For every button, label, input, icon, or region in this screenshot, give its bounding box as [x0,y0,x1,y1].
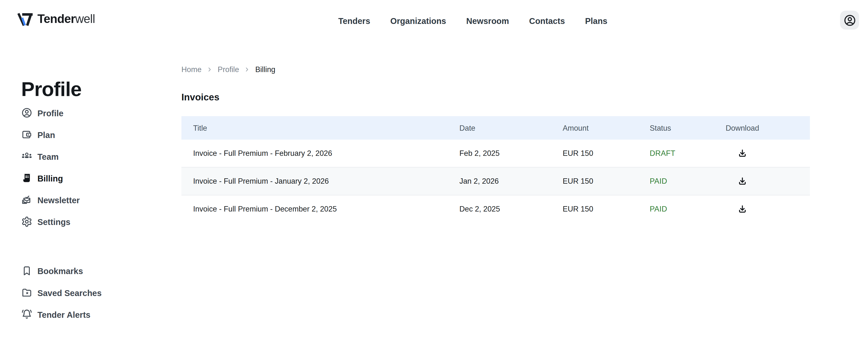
download-icon [737,204,747,214]
sidebar-item-label: Settings [37,217,70,227]
bookmark-icon [21,265,32,276]
brand-mark-icon [17,12,34,27]
invoice-title: Invoice - Full Premium - January 2, 2026 [181,177,447,185]
folder-star-icon [21,287,32,298]
user-circle-icon [21,107,32,118]
chevron-right-icon [244,66,250,72]
receipt-icon [21,172,32,184]
nav-item-plans[interactable]: Plans [585,16,608,25]
download-button[interactable] [735,174,750,188]
invoice-status-badge: DRAFT [638,149,714,157]
table-body: Invoice - Full Premium - February 2, 202… [181,140,810,223]
column-header-title: Title [181,124,447,132]
chevron-right-icon [207,66,213,72]
download-icon [737,176,747,186]
sidebar-item-billing[interactable]: Billing [21,172,80,185]
invoice-date: Feb 2, 2025 [447,149,551,157]
breadcrumb-profile[interactable]: Profile [218,65,239,74]
column-header-status: Status [638,124,714,132]
sidebar-item-label: Tender Alerts [37,310,90,319]
team-icon [21,151,32,162]
invoice-amount: EUR 150 [551,149,638,157]
invoices-table: Title Date Amount Status Download Invoic… [181,116,810,223]
mail-check-icon [21,195,32,206]
brand-name: Tenderwell [37,12,95,26]
invoice-status-badge: PAID [638,205,714,213]
breadcrumb: Home Profile Billing [181,65,275,74]
invoice-date: Jan 2, 2026 [447,177,551,185]
sidebar-item-profile[interactable]: Profile [21,106,80,119]
sidebar-item-label: Billing [37,173,63,183]
table-row: Invoice - Full Premium - December 2, 202… [181,195,810,223]
sidebar-item-label: Team [37,152,59,161]
invoice-title: Invoice - Full Premium - December 2, 202… [181,205,447,213]
table-header-row: Title Date Amount Status Download [181,116,810,140]
sidebar-item-saved-searches[interactable]: Saved Searches [21,286,101,299]
page: Tenderwell Tenders Organizations Newsroo… [0,0,868,351]
sidebar-item-tender-alerts[interactable]: Tender Alerts [21,308,101,321]
column-header-amount: Amount [551,124,638,132]
sidebar-item-bookmarks[interactable]: Bookmarks [21,264,101,277]
sidebar-item-team[interactable]: Team [21,150,80,163]
invoice-amount: EUR 150 [551,205,638,213]
sidebar-item-label: Newsletter [37,195,80,205]
sidebar-item-label: Profile [37,108,63,117]
nav-item-organizations[interactable]: Organizations [391,16,446,25]
nav-item-tenders[interactable]: Tenders [338,16,370,25]
sidebar-primary-list: Profile Plan [21,106,80,228]
account-button[interactable] [840,10,859,30]
bell-ring-icon [21,309,32,320]
gear-icon [21,216,32,227]
sidebar-item-settings[interactable]: Settings [21,215,80,228]
main-nav: Tenders Organizations Newsroom Contacts … [338,0,607,41]
breadcrumb-home[interactable]: Home [181,65,202,74]
page-title: Invoices [181,92,219,103]
invoice-download-cell [714,146,810,160]
download-icon [737,148,747,158]
wallet-icon [21,129,32,140]
invoice-download-cell [714,174,810,188]
nav-item-newsroom[interactable]: Newsroom [466,16,509,25]
download-button[interactable] [735,202,750,216]
download-button[interactable] [735,146,750,160]
sidebar-secondary-list: Bookmarks Saved Searches [21,264,101,321]
sidebar-item-plan[interactable]: Plan [21,128,80,141]
brand-logo[interactable]: Tenderwell [17,12,95,27]
invoice-download-cell [714,202,810,216]
invoice-amount: EUR 150 [551,177,638,185]
table-row: Invoice - Full Premium - February 2, 202… [181,140,810,167]
sidebar-title: Profile [21,78,82,101]
top-bar: Tenderwell Tenders Organizations Newsroo… [0,0,868,41]
column-header-download: Download [714,124,810,132]
sidebar-item-label: Plan [37,130,55,140]
invoice-status-badge: PAID [638,177,714,185]
column-header-date: Date [447,124,551,132]
sidebar-item-label: Saved Searches [37,288,101,297]
table-row: Invoice - Full Premium - January 2, 2026… [181,167,810,195]
invoice-date: Dec 2, 2025 [447,205,551,213]
user-circle-icon [843,14,856,27]
nav-item-contacts[interactable]: Contacts [529,16,565,25]
sidebar-item-newsletter[interactable]: Newsletter [21,193,80,207]
invoice-title: Invoice - Full Premium - February 2, 202… [181,149,447,157]
sidebar-item-label: Bookmarks [37,266,83,275]
breadcrumb-billing: Billing [255,65,275,74]
